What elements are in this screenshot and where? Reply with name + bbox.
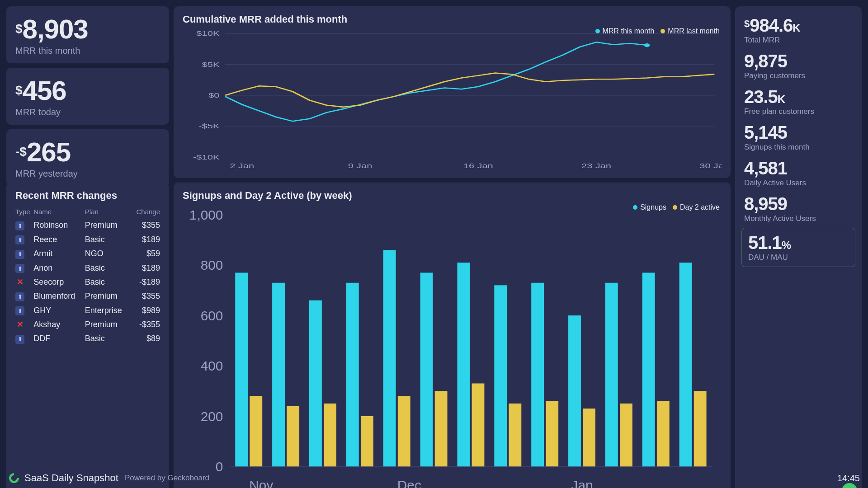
svg-rect-27 <box>250 396 262 466</box>
stat-card: $8,903MRR this month <box>6 6 169 63</box>
stat-value: -$265 <box>15 136 160 168</box>
stat-label: Free plan customers <box>744 107 853 116</box>
svg-rect-43 <box>546 401 558 467</box>
svg-rect-42 <box>531 283 544 467</box>
logo-icon <box>8 472 20 484</box>
stat-card: $456MRR today <box>6 68 169 125</box>
svg-rect-37 <box>435 391 448 466</box>
svg-rect-45 <box>583 408 595 466</box>
svg-rect-49 <box>657 401 670 467</box>
stat-value: $8,903 <box>15 14 160 45</box>
arrow-up-icon: ⬆ <box>15 250 24 259</box>
dot-icon <box>660 29 665 33</box>
stat-label: DAU / MAU <box>748 253 849 262</box>
svg-text:200: 200 <box>201 409 223 424</box>
right-stats-column: $984.6KTotal MRR9,875Paying customers23.… <box>735 6 862 488</box>
svg-rect-30 <box>309 300 322 467</box>
svg-rect-36 <box>420 273 433 467</box>
cell-name: Blumenford <box>33 289 85 304</box>
line-chart-legend: MRR this month MRR last month <box>595 27 720 35</box>
bar-chart-svg: 02004006008001,000NovDecJan <box>183 205 722 488</box>
arrow-up-icon: ⬆ <box>15 235 24 244</box>
arrow-up-icon: ⬆ <box>15 264 24 273</box>
table-row: ⬆RobinsonPremium$355 <box>15 218 160 233</box>
legend-item: Day 2 active <box>673 203 720 211</box>
table-title: Recent MRR changes <box>15 190 160 202</box>
svg-rect-31 <box>324 404 336 466</box>
svg-text:400: 400 <box>201 358 223 373</box>
cell-plan: Basic <box>85 233 131 247</box>
table-row: ⬆ArmitNGO$59 <box>15 247 160 261</box>
cell-change: $189 <box>131 233 160 247</box>
stat-card: $984.6KTotal MRR <box>744 15 853 45</box>
dashboard-title: SaaS Daily Snapshot <box>24 472 118 484</box>
dot-icon <box>633 205 637 210</box>
stat-value: 5,145 <box>744 122 853 143</box>
line-chart-svg: -$10K-$5K$0$5K$10K2 Jan9 Jan16 Jan23 Jan… <box>183 29 722 171</box>
svg-rect-26 <box>235 273 248 467</box>
bar-chart-legend: Signups Day 2 active <box>633 203 720 211</box>
cell-name: Robinson <box>33 218 85 233</box>
stat-value: 8,959 <box>744 194 853 214</box>
stat-card: 8,959Monthly Active Users <box>744 194 853 223</box>
svg-rect-51 <box>694 391 707 466</box>
table-row: ⬆GHYEnterprise$989 <box>15 304 160 318</box>
stat-card: 9,875Paying customers <box>744 51 853 80</box>
svg-rect-47 <box>620 404 632 466</box>
table-header: Type <box>15 205 33 218</box>
cell-change: $989 <box>131 304 160 318</box>
cell-name: GHY <box>33 304 85 318</box>
svg-rect-50 <box>679 263 692 466</box>
svg-text:$5K: $5K <box>202 61 220 68</box>
cell-change: $189 <box>131 261 160 276</box>
cancel-icon: ✕ <box>15 320 24 329</box>
svg-text:$10K: $10K <box>196 30 220 37</box>
svg-text:16 Jan: 16 Jan <box>463 162 493 169</box>
stat-label: MRR this month <box>15 46 160 56</box>
svg-point-15 <box>644 43 650 47</box>
cancel-icon: ✕ <box>15 277 24 286</box>
dot-icon <box>595 29 600 33</box>
cell-plan: Premium <box>85 318 131 332</box>
svg-rect-46 <box>605 283 618 467</box>
left-stats-column: $8,903MRR this month$456MRR today-$265MR… <box>6 6 169 178</box>
legend-item: Signups <box>633 203 666 211</box>
svg-text:-$10K: -$10K <box>193 154 220 161</box>
bar-chart-card: Signups and Day 2 Active (by week) Signu… <box>174 183 731 488</box>
table-row: ⬆DDFBasic$89 <box>15 332 160 346</box>
table-row: ✕AkshayPremium-$355 <box>15 318 160 332</box>
cell-change: $355 <box>131 289 160 304</box>
cell-plan: Premium <box>85 289 131 304</box>
legend-item: MRR this month <box>595 27 655 35</box>
stat-value: 51.1% <box>748 233 849 253</box>
cell-name: Reece <box>33 233 85 247</box>
svg-text:30 Jan: 30 Jan <box>699 162 722 169</box>
arrow-up-icon: ⬆ <box>15 221 24 230</box>
stat-label: Signups this month <box>744 143 853 152</box>
svg-rect-39 <box>472 384 485 467</box>
stat-label: Daily Active Users <box>744 178 853 188</box>
svg-rect-32 <box>346 283 359 467</box>
svg-text:600: 600 <box>201 308 223 323</box>
svg-rect-44 <box>568 315 581 466</box>
footer: SaaS Daily Snapshot Powered by Geckoboar… <box>0 468 868 488</box>
stat-card: 51.1%DAU / MAU <box>741 228 855 267</box>
stat-card: 5,145Signups this month <box>744 122 853 152</box>
svg-text:2 Jan: 2 Jan <box>230 162 255 169</box>
arrow-up-icon: ⬆ <box>15 292 24 301</box>
table-header: Change <box>131 205 160 218</box>
stat-value: 23.5K <box>744 87 853 107</box>
svg-rect-29 <box>287 406 299 467</box>
svg-text:1,000: 1,000 <box>189 207 223 222</box>
mrr-changes-card: Recent MRR changes TypeNamePlanChange ⬆R… <box>6 183 169 488</box>
line-chart-card: Cumulative MRR added this month MRR this… <box>174 6 731 178</box>
cell-change: -$355 <box>131 318 160 332</box>
cell-name: Anon <box>33 261 85 276</box>
svg-rect-33 <box>361 416 373 466</box>
svg-text:800: 800 <box>201 258 223 272</box>
svg-rect-40 <box>494 285 507 466</box>
svg-text:9 Jan: 9 Jan <box>348 162 373 169</box>
stat-label: MRR yesterday <box>15 169 160 179</box>
table-header: Name <box>33 205 85 218</box>
svg-rect-28 <box>272 283 285 467</box>
